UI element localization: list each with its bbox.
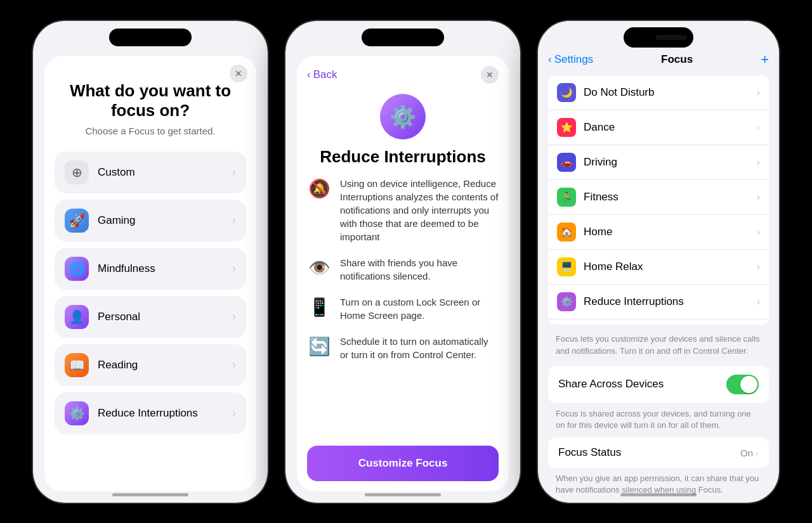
- settings-label-dnd: Do Not Disturb: [584, 86, 757, 99]
- feature-icon-schedule: 🔄: [307, 335, 331, 359]
- focus-item-label-gaming: Gaming: [98, 214, 232, 227]
- focus-item-reading[interactable]: 📖 Reading ›: [55, 344, 246, 386]
- focus-status-row[interactable]: Focus Status On ›: [548, 437, 769, 468]
- settings-icon-fitness: 🏃: [557, 188, 576, 207]
- settings-label-home: Home: [584, 226, 757, 238]
- focus-item-chevron-reading: ›: [232, 358, 236, 371]
- settings-right-driving: ›: [757, 157, 760, 168]
- share-across-devices-label: Share Across Devices: [558, 378, 664, 391]
- settings-label-driving: Driving: [584, 156, 757, 169]
- focus-item-icon-personal: 👤: [65, 305, 89, 329]
- customize-focus-button[interactable]: Customize Focus: [307, 446, 499, 481]
- back-chevron-icon: ‹: [307, 68, 311, 81]
- feature-text-lockscreen: Turn on a custom Lock Screen or Home Scr…: [340, 295, 499, 322]
- settings-chevron-dnd: ›: [757, 87, 760, 98]
- settings-item-driving[interactable]: 🚗 Driving ›: [548, 145, 769, 180]
- focus-item-reduce[interactable]: ⚙️ Reduce Interruptions ›: [55, 392, 246, 434]
- settings-label-homerelax: Home Relax: [584, 261, 757, 273]
- phone-2: ‹ Back ✕ ⚙️ Reduce Interruptions 🔕 Using…: [285, 21, 520, 503]
- share-toggle[interactable]: [726, 375, 759, 394]
- settings-right-dance: ›: [757, 122, 760, 133]
- focus-status-footer: When you give an app permission, it can …: [538, 470, 779, 502]
- focus-items-list: 🌙 Do Not Disturb › ⭐ Dance › 🚗 Driving ›…: [548, 75, 769, 325]
- settings-nav: ‹ Settings Focus +: [538, 46, 779, 75]
- focus-list: ⊕ Custom › 🚀 Gaming › 🌐 Mindfulness › 👤 …: [55, 152, 246, 479]
- feature-text-schedule: Schedule it to turn on automatically or …: [340, 335, 499, 361]
- focus-status-label: Focus Status: [558, 446, 621, 459]
- home-bar-2: [365, 493, 441, 496]
- settings-chevron-reduce: ›: [757, 296, 760, 307]
- settings-add-button[interactable]: +: [761, 51, 769, 68]
- focus-item-label-mindfulness: Mindfulness: [98, 262, 232, 275]
- focus-item-label-personal: Personal: [98, 311, 232, 323]
- back-label: Back: [313, 68, 337, 81]
- phone-1: ✕ What do you want to focus on? Choose a…: [33, 21, 268, 503]
- settings-label-fitness: Fitness: [584, 191, 757, 203]
- settings-item-homerelax[interactable]: 🖥️ Home Relax ›: [548, 250, 769, 285]
- settings-item-reduce[interactable]: ⚙️ Reduce Interruptions ›: [548, 285, 769, 320]
- focus-item-icon-mindfulness: 🌐: [65, 257, 89, 281]
- home-bar-3: [620, 493, 697, 496]
- settings-item-home[interactable]: 🏠 Home ›: [548, 215, 769, 250]
- focus-item-chevron-mindfulness: ›: [232, 262, 236, 275]
- focus-item-chevron-personal: ›: [232, 310, 236, 323]
- settings-label-dance: Dance: [584, 121, 757, 134]
- settings-item-fitness[interactable]: 🏃 Fitness ›: [548, 180, 769, 215]
- feature-text-share: Share with friends you have notification…: [340, 256, 499, 283]
- settings-chevron-home: ›: [757, 226, 760, 238]
- settings-back-chevron: ‹: [548, 53, 552, 66]
- phone-1-notch: [109, 29, 192, 46]
- focus-item-gaming[interactable]: 🚀 Gaming ›: [55, 200, 246, 242]
- settings-back-button[interactable]: ‹ Settings: [548, 53, 593, 66]
- focus-item-chevron-gaming: ›: [232, 214, 236, 227]
- focus-item-label-custom: Custom: [98, 166, 232, 179]
- focus-title: What do you want to focus on?: [55, 81, 246, 120]
- reduce-feature-schedule: 🔄 Schedule it to turn on automatically o…: [307, 335, 499, 361]
- settings-chevron-fitness: ›: [757, 191, 760, 203]
- settings-chevron-dance: ›: [757, 122, 760, 133]
- share-across-devices-row[interactable]: Share Across Devices: [548, 366, 769, 403]
- speaker-icon: [655, 35, 687, 40]
- focus-subtitle: Choose a Focus to get started.: [55, 126, 246, 136]
- reduce-icon-circle: ⚙️: [380, 94, 426, 139]
- close-button-1[interactable]: ✕: [230, 65, 247, 82]
- feature-icon-analyze: 🔕: [307, 177, 331, 201]
- reduce-icon: ⚙️: [390, 104, 416, 129]
- reduce-features: 🔕 Using on device intelligence, Reduce I…: [297, 177, 509, 438]
- feature-text-analyze: Using on device intelligence, Reduce Int…: [340, 177, 499, 243]
- focus-item-icon-reduce: ⚙️: [65, 401, 89, 425]
- back-button-2[interactable]: ‹ Back: [307, 68, 337, 81]
- focus-status-chevron: ›: [756, 448, 759, 458]
- settings-chevron-driving: ›: [757, 157, 760, 168]
- settings-right-reduce: ›: [757, 296, 760, 307]
- home-bar-1: [112, 493, 188, 496]
- settings-item-sleep[interactable]: 🛏️ Sleep ›: [548, 320, 769, 325]
- focus-item-personal[interactable]: 👤 Personal ›: [55, 296, 246, 338]
- reduce-feature-share: 👁️ Share with friends you have notificat…: [307, 256, 499, 283]
- settings-chevron-homerelax: ›: [757, 261, 760, 273]
- settings-page-title: Focus: [661, 53, 693, 66]
- settings-item-dance[interactable]: ⭐ Dance ›: [548, 110, 769, 145]
- focus-item-chevron-custom: ›: [232, 165, 236, 179]
- focus-item-label-reading: Reading: [98, 359, 232, 371]
- phone-2-notch: [362, 29, 444, 46]
- settings-right-fitness: ›: [757, 191, 760, 203]
- settings-right-dnd: ›: [757, 87, 760, 98]
- settings-item-dnd[interactable]: 🌙 Do Not Disturb ›: [548, 75, 769, 110]
- reduce-feature-analyze: 🔕 Using on device intelligence, Reduce I…: [307, 177, 499, 243]
- settings-label-reduce: Reduce Interruptions: [584, 295, 757, 308]
- settings-icon-dnd: 🌙: [557, 83, 576, 102]
- reduce-feature-lockscreen: 📱 Turn on a custom Lock Screen or Home S…: [307, 295, 499, 322]
- phone-3: ‹ Settings Focus + 🌙 Do Not Disturb › ⭐ …: [538, 21, 779, 503]
- focus-item-custom[interactable]: ⊕ Custom ›: [55, 152, 246, 193]
- settings-icon-home: 🏠: [557, 223, 576, 242]
- settings-icon-driving: 🚗: [557, 153, 576, 172]
- reduce-title: Reduce Interruptions: [297, 147, 509, 167]
- settings-icon-homerelax: 🖥️: [557, 257, 576, 276]
- focus-footer-text: Focus lets you customize your devices an…: [538, 331, 779, 365]
- close-button-2[interactable]: ✕: [481, 66, 499, 84]
- focus-item-icon-gaming: 🚀: [65, 209, 89, 233]
- focus-item-mindfulness[interactable]: 🌐 Mindfulness ›: [55, 248, 246, 290]
- focus-item-icon-reading: 📖: [65, 353, 89, 377]
- settings-icon-dance: ⭐: [557, 118, 576, 137]
